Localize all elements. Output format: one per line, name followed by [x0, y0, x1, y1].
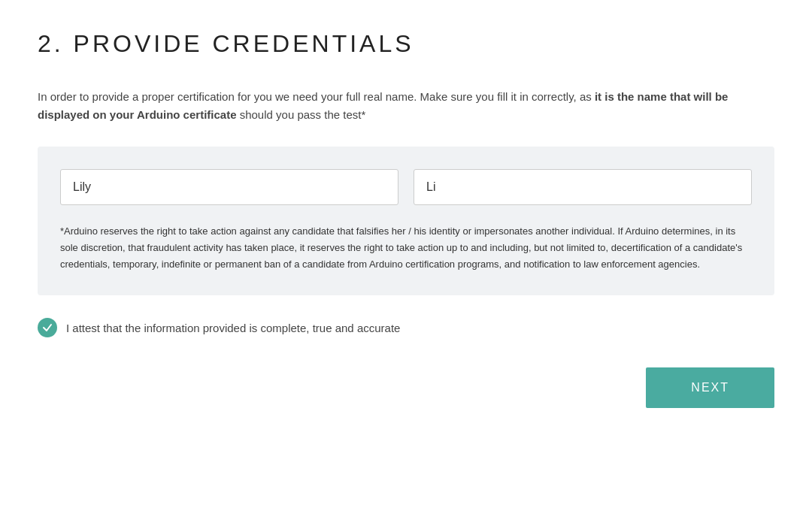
disclaimer-text: *Arduino reserves the right to take acti… [60, 223, 752, 273]
description-after: should you pass the test* [237, 108, 366, 121]
attestation-label: I attest that the information provided i… [66, 322, 400, 334]
form-panel: *Arduino reserves the right to take acti… [38, 147, 774, 295]
next-button[interactable]: NEXT [646, 367, 774, 408]
attestation-checkbox[interactable] [38, 318, 57, 337]
last-name-input[interactable] [414, 169, 752, 205]
name-fields-row [60, 169, 752, 205]
footer-row: NEXT [38, 367, 774, 408]
checkmark-icon [42, 322, 53, 333]
page-title: 2. Provide Credentials [38, 30, 774, 58]
first-name-input[interactable] [60, 169, 398, 205]
description-text: In order to provide a proper certificati… [38, 88, 774, 124]
description-before: In order to provide a proper certificati… [38, 90, 595, 103]
attestation-row: I attest that the information provided i… [38, 318, 774, 337]
